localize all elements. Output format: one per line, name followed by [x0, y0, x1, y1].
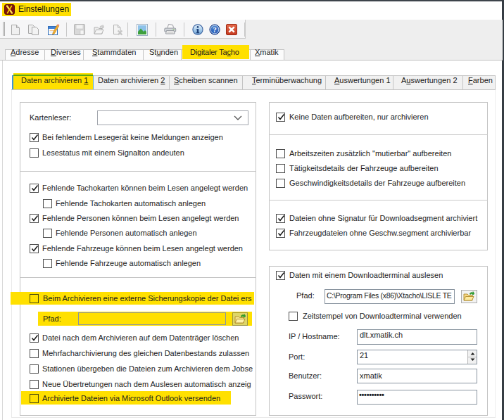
svg-text:?: ?	[213, 25, 217, 34]
